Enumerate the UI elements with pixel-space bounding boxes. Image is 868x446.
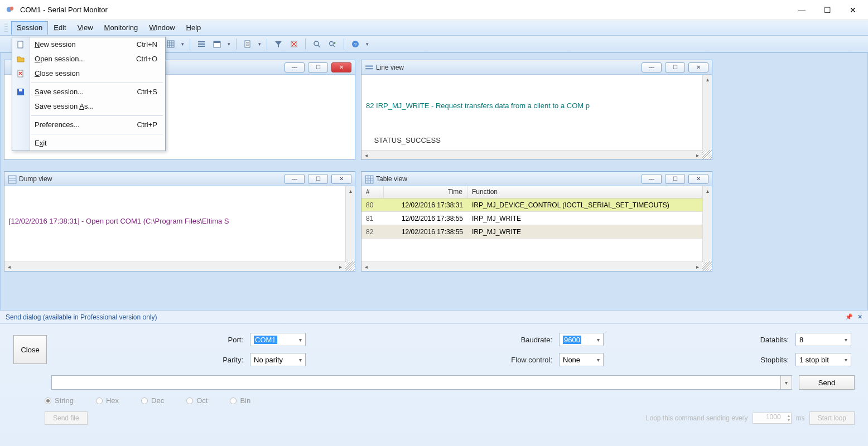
toolbar-help-icon[interactable]: ? xyxy=(349,38,362,50)
table-row[interactable]: 8112/02/2016 17:38:55IRP_MJ_WRITE xyxy=(361,212,702,225)
send-file-button[interactable]: Send file xyxy=(45,411,88,425)
horizontal-scrollbar[interactable]: ◂▸ xyxy=(361,150,702,159)
menu-edit[interactable]: Edit xyxy=(48,21,71,34)
toolbar-list-icon[interactable] xyxy=(195,38,208,50)
radio-bin[interactable]: Bin xyxy=(230,396,250,405)
menu-exit[interactable]: Exit xyxy=(12,136,165,151)
menu-save-session[interactable]: Save session...Ctrl+S xyxy=(12,85,165,99)
send-dialog-title: Send dialog (available in Professional v… xyxy=(6,313,157,321)
flowcontrol-combo[interactable]: None▾ xyxy=(559,353,604,366)
toolbar-search-icon[interactable] xyxy=(310,38,324,50)
baudrate-combo[interactable]: 9600▾ xyxy=(559,333,604,346)
svg-point-1 xyxy=(9,6,13,10)
menubar: Session New sessionCtrl+N Open session..… xyxy=(0,20,868,36)
send-button[interactable]: Send xyxy=(799,375,855,390)
window-close-button[interactable]: ✕ xyxy=(840,2,866,18)
dump-view-max-button[interactable]: ☐ xyxy=(308,174,328,184)
databits-label: Databits: xyxy=(610,336,789,344)
vertical-scrollbar[interactable]: ▴ xyxy=(702,186,712,261)
cell-func: IRP_MJ_WRITE xyxy=(467,215,702,222)
dump-view-close-button[interactable]: ✕ xyxy=(331,174,351,184)
toolbar-filter-icon[interactable] xyxy=(272,38,285,50)
close-button[interactable]: Close xyxy=(13,335,47,364)
start-loop-button[interactable]: Start loop xyxy=(809,411,855,425)
menu-new-session[interactable]: New sessionCtrl+N xyxy=(12,37,165,52)
window-minimize-button[interactable]: — xyxy=(789,2,814,18)
line-view-row: STATUS_SUCCESS xyxy=(366,135,698,147)
cell-func: IRP_MJ_DEVICE_CONTROL (IOCTL_SERIAL_SET_… xyxy=(467,201,702,209)
radio-string[interactable]: String xyxy=(45,396,74,405)
resize-grip[interactable] xyxy=(702,261,712,271)
col-header-time[interactable]: Time xyxy=(384,186,467,198)
session-dropdown: New sessionCtrl+N Open session...Ctrl+O … xyxy=(12,37,166,151)
table-view-max-button[interactable]: ☐ xyxy=(665,174,685,184)
toolbar-dd-3[interactable]: ▾ xyxy=(257,38,262,50)
databits-combo[interactable]: 8▾ xyxy=(795,333,851,346)
pane-line-view: Line view — ☐ ✕ 82 IRP_MJ_WRITE - Reques… xyxy=(361,60,712,160)
horizontal-scrollbar[interactable]: ◂▸ xyxy=(361,261,702,271)
toolbar-dd-4[interactable]: ▾ xyxy=(364,38,370,50)
menu-view[interactable]: View xyxy=(72,21,99,34)
svg-rect-5 xyxy=(19,89,22,91)
radio-oct[interactable]: Oct xyxy=(186,396,208,405)
window-title: COM1 - Serial Port Monitor xyxy=(20,6,108,14)
toolbar-grid-icon[interactable] xyxy=(164,38,177,50)
table-row[interactable]: 8012/02/2016 17:38:31IRP_MJ_DEVICE_CONTR… xyxy=(361,198,702,212)
pane-dump-view: Dump view — ☐ ✕ [12/02/2016 17:38:31] - … xyxy=(4,171,355,272)
line-view-row: 82 IRP_MJ_WRITE - Request transfers data… xyxy=(366,100,698,112)
svg-text:?: ? xyxy=(354,42,356,47)
svg-rect-19 xyxy=(365,68,373,69)
col-header-num[interactable]: # xyxy=(361,186,384,198)
menu-save-session-as[interactable]: Save session As... xyxy=(12,99,165,114)
line-view-max-button[interactable]: ☐ xyxy=(665,62,685,72)
toolbar-search-next-icon[interactable] xyxy=(326,38,339,50)
radio-hex[interactable]: Hex xyxy=(96,396,119,405)
parity-label: Parity: xyxy=(54,356,243,364)
svg-point-14 xyxy=(314,41,319,46)
dump-view-min-button[interactable]: — xyxy=(284,174,305,184)
pane-max-button[interactable]: ☐ xyxy=(308,62,328,72)
toolbar-doc-icon[interactable] xyxy=(241,38,254,50)
toolbar-dd-2[interactable]: ▾ xyxy=(226,38,232,50)
table-view-min-button[interactable]: — xyxy=(642,174,662,184)
menu-session[interactable]: Session New sessionCtrl+N Open session..… xyxy=(11,21,48,35)
menu-help[interactable]: Help xyxy=(181,21,207,34)
parity-combo[interactable]: No parity▾ xyxy=(250,353,306,366)
vertical-scrollbar[interactable]: ▴ xyxy=(345,186,355,261)
toolbar-dd-1[interactable]: ▾ xyxy=(180,38,185,50)
send-text-input[interactable] xyxy=(51,375,781,390)
toolbar-clear-icon[interactable] xyxy=(287,38,301,50)
menu-open-session[interactable]: Open session...Ctrl+O xyxy=(12,52,165,66)
menu-monitoring[interactable]: Monitoring xyxy=(99,21,144,34)
table-view-icon xyxy=(365,175,373,183)
pane-min-button[interactable]: — xyxy=(284,62,305,72)
col-header-func[interactable]: Function xyxy=(467,186,702,198)
pin-icon[interactable]: 📌 xyxy=(845,313,853,321)
line-view-min-button[interactable]: — xyxy=(642,62,662,72)
table-view-close-button[interactable]: ✕ xyxy=(688,174,708,184)
cell-time: 12/02/2016 17:38:55 xyxy=(384,215,467,222)
line-view-close-button[interactable]: ✕ xyxy=(688,62,708,72)
menu-window[interactable]: Window xyxy=(143,21,180,34)
port-label: Port: xyxy=(54,336,243,344)
resize-grip[interactable] xyxy=(702,150,712,159)
send-history-dropdown[interactable]: ▾ xyxy=(781,375,792,390)
resize-grip[interactable] xyxy=(345,261,355,271)
pane-close-button[interactable]: ✕ xyxy=(331,62,351,72)
menu-preferences[interactable]: Preferences...Ctrl+P xyxy=(12,118,165,132)
table-row[interactable]: 8212/02/2016 17:38:55IRP_MJ_WRITE xyxy=(361,225,702,239)
horizontal-scrollbar[interactable]: ◂▸ xyxy=(4,261,345,271)
vertical-scrollbar[interactable]: ▴ xyxy=(702,75,712,150)
menu-close-session[interactable]: Close session xyxy=(12,66,165,81)
send-dialog-close-icon[interactable]: ✕ xyxy=(857,313,862,321)
radio-dec[interactable]: Dec xyxy=(141,396,164,405)
stopbits-combo[interactable]: 1 stop bit▾ xyxy=(795,353,851,366)
baudrate-label: Baudrate: xyxy=(312,336,552,344)
port-combo[interactable]: COM1▾ xyxy=(250,333,306,346)
window-maximize-button[interactable]: ☐ xyxy=(814,2,840,18)
loop-interval-input[interactable]: 1000▴▾ xyxy=(753,413,792,424)
send-dialog: Send dialog (available in Professional v… xyxy=(0,310,868,446)
dump-row: [12/02/2016 17:38:31] - Open port COM1 (… xyxy=(9,215,341,227)
cell-time: 12/02/2016 17:38:55 xyxy=(384,228,467,236)
toolbar-cal-icon[interactable] xyxy=(210,38,224,50)
